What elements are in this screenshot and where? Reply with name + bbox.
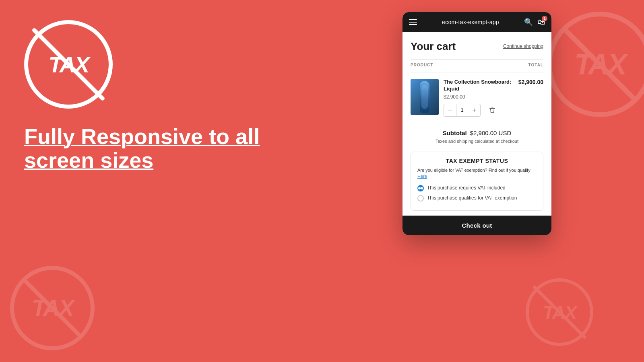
left-section: TAX Fully Responsive to all screen sizes bbox=[24, 20, 266, 173]
subtotal-amount: $2,900.00 USD bbox=[470, 130, 512, 136]
cart-body: Your cart Continue shopping PRODUCT TOTA… bbox=[402, 32, 551, 211]
quantity-value: 1 bbox=[456, 104, 468, 116]
cart-badge: 1 bbox=[542, 16, 547, 21]
svg-point-6 bbox=[527, 280, 592, 344]
cart-header-row: Your cart Continue shopping bbox=[411, 40, 543, 53]
nav-right: 🔍 🛍 1 bbox=[524, 18, 545, 27]
main-logo: TAX bbox=[24, 20, 113, 109]
subtotal-row: Subtotal $2,900.00 USD bbox=[411, 130, 543, 136]
tax-exempt-title: TAX EXEMPT STATUS bbox=[417, 158, 537, 164]
headline: Fully Responsive to all screen sizes bbox=[24, 125, 266, 173]
watermark-bottom-left: TAX bbox=[8, 264, 97, 354]
tax-exempt-description-text: Are you eligible for VAT exemption? Find… bbox=[417, 168, 530, 173]
tax-note: Taxes and shipping calculated at checkou… bbox=[411, 139, 543, 144]
quantity-increase-button[interactable]: + bbox=[468, 104, 480, 116]
total-col-label: TOTAL bbox=[528, 63, 543, 67]
svg-text:TAX: TAX bbox=[543, 302, 578, 323]
snowboard-graphic bbox=[420, 81, 429, 113]
continue-shopping-link[interactable]: Continue shopping bbox=[503, 43, 543, 49]
svg-line-1 bbox=[566, 30, 634, 99]
nav-title: ecom-tax-exempt-app bbox=[442, 19, 499, 25]
svg-point-0 bbox=[549, 14, 644, 115]
product-image bbox=[411, 79, 439, 115]
hamburger-icon[interactable] bbox=[409, 19, 417, 25]
product-total: $2,900.00 bbox=[518, 79, 543, 85]
tax-exempt-desc: Are you eligible for VAT exemption? Find… bbox=[417, 167, 537, 180]
phone-mockup: ecom-tax-exempt-app 🔍 🛍 1 Your cart Cont… bbox=[402, 12, 551, 235]
cart-title: Your cart bbox=[411, 40, 456, 53]
svg-point-3 bbox=[12, 268, 93, 348]
product-row: The Collection Snowboard: Liquid $2,900.… bbox=[411, 72, 543, 123]
radio-label-2: This purchase qualifies for VAT exemptio… bbox=[427, 195, 517, 202]
tax-exempt-box: TAX EXEMPT STATUS Are you eligible for V… bbox=[411, 152, 543, 211]
product-info: The Collection Snowboard: Liquid $2,900.… bbox=[444, 79, 514, 117]
svg-text:TAX: TAX bbox=[32, 295, 76, 321]
product-price: $2,900.00 bbox=[444, 94, 514, 100]
watermark-top-right: TAX bbox=[543, 8, 644, 122]
product-name: The Collection Snowboard: Liquid bbox=[444, 79, 514, 93]
svg-text:TAX: TAX bbox=[574, 48, 629, 80]
cart-columns: PRODUCT TOTAL bbox=[411, 59, 543, 70]
nav-left bbox=[409, 19, 417, 25]
svg-line-4 bbox=[24, 280, 80, 336]
headline-line2: screen sizes bbox=[24, 148, 153, 172]
radio-label-1: This purchase requires VAT included bbox=[427, 185, 506, 191]
radio-circle-2 bbox=[417, 195, 424, 202]
svg-line-7 bbox=[535, 287, 584, 337]
quantity-decrease-button[interactable]: − bbox=[444, 104, 456, 116]
subtotal-label: Subtotal bbox=[443, 130, 467, 136]
radio-option-1[interactable]: This purchase requires VAT included bbox=[417, 185, 537, 191]
product-col-label: PRODUCT bbox=[411, 63, 433, 67]
tax-exempt-here-link[interactable]: Here bbox=[417, 174, 427, 179]
logo-tax-text: TAX bbox=[49, 51, 89, 78]
search-icon[interactable]: 🔍 bbox=[524, 18, 533, 27]
radio-option-2[interactable]: This purchase qualifies for VAT exemptio… bbox=[417, 195, 537, 202]
watermark-bottom-right: TAX bbox=[523, 276, 596, 350]
svg-rect-9 bbox=[489, 108, 495, 109]
checkout-button[interactable]: Check out bbox=[402, 216, 551, 235]
quantity-controls: − 1 + bbox=[444, 104, 481, 117]
cart-icon-wrapper[interactable]: 🛍 1 bbox=[538, 18, 545, 27]
delete-item-button[interactable] bbox=[486, 104, 498, 116]
phone-navbar: ecom-tax-exempt-app 🔍 🛍 1 bbox=[402, 12, 551, 32]
subtotal-section: Subtotal $2,900.00 USD Taxes and shippin… bbox=[411, 123, 543, 152]
headline-line1: Fully Responsive to all bbox=[24, 124, 260, 148]
radio-circle-1 bbox=[417, 185, 424, 191]
